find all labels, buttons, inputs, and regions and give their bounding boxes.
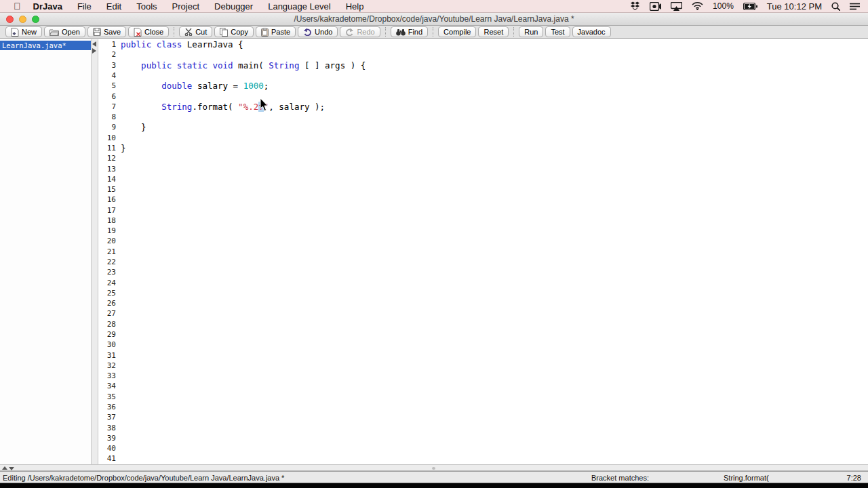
menu-help[interactable]: Help: [346, 1, 364, 12]
undo-button[interactable]: Undo: [298, 26, 338, 37]
code-line-24[interactable]: 24: [98, 277, 868, 287]
code-line-10[interactable]: 10: [98, 133, 868, 143]
menu-debugger[interactable]: Debugger: [214, 1, 253, 12]
expand-up-icon[interactable]: [2, 466, 7, 470]
line-number: 31: [98, 351, 121, 360]
code-line-9[interactable]: 9 }: [98, 122, 868, 132]
wifi-icon[interactable]: [692, 2, 703, 10]
paste-button[interactable]: Paste: [256, 26, 296, 37]
code-line-37[interactable]: 37: [98, 412, 868, 422]
screen-recording-icon[interactable]: [650, 2, 661, 11]
line-code: String.format( "%.2f", salary );: [121, 102, 325, 112]
new-button[interactable]: New: [5, 26, 42, 37]
menu-project[interactable]: Project: [172, 1, 199, 12]
code-line-6[interactable]: 6: [98, 91, 868, 101]
code-line-20[interactable]: 20: [98, 236, 868, 246]
code-line-3[interactable]: 3 public static void main( String [ ] ar…: [98, 60, 868, 70]
cut-button[interactable]: Cut: [179, 26, 212, 37]
bottom-pane-splitter[interactable]: [0, 464, 868, 471]
toolbar-button-label: Copy: [231, 28, 248, 36]
menu-edit[interactable]: Edit: [106, 1, 121, 12]
find-button[interactable]: Find: [391, 26, 428, 37]
code-line-39[interactable]: 39: [98, 433, 868, 443]
paste-clipboard-icon: [261, 28, 269, 37]
save-button[interactable]: Save: [87, 26, 126, 37]
code-line-11[interactable]: 11}: [98, 143, 868, 153]
code-line-21[interactable]: 21: [98, 247, 868, 257]
run-button[interactable]: Run: [519, 26, 543, 37]
collapse-left-icon[interactable]: [92, 41, 96, 47]
code-line-8[interactable]: 8: [98, 112, 868, 122]
code-line-2[interactable]: 2: [98, 49, 868, 60]
code-line-36[interactable]: 36: [98, 402, 868, 412]
spotlight-search-icon[interactable]: [831, 2, 840, 11]
line-number: 8: [98, 113, 121, 121]
code-line-22[interactable]: 22: [98, 257, 868, 267]
reset-button[interactable]: Reset: [478, 26, 509, 37]
code-line-1[interactable]: 1public class LearnJava {: [98, 39, 868, 49]
code-line-38[interactable]: 38: [98, 422, 868, 432]
code-line-31[interactable]: 31: [98, 350, 868, 360]
code-line-29[interactable]: 29: [98, 329, 868, 340]
menu-drjava[interactable]: DrJava: [33, 1, 62, 12]
menu-bar-status-area: 100% Tue 10:12 PM: [630, 1, 860, 12]
code-line-19[interactable]: 19: [98, 226, 868, 236]
open-button[interactable]: Open: [44, 26, 85, 37]
notification-center-icon[interactable]: [850, 3, 860, 10]
copy-button[interactable]: Copy: [214, 26, 254, 37]
sidebar-splitter[interactable]: [92, 39, 98, 464]
battery-charging-icon[interactable]: [743, 3, 757, 10]
compile-button[interactable]: Compile: [438, 26, 476, 37]
toolbar-button-label: Open: [62, 28, 80, 36]
code-line-26[interactable]: 26: [98, 298, 868, 308]
code-line-28[interactable]: 28: [98, 319, 868, 329]
code-line-30[interactable]: 30: [98, 340, 868, 350]
code-line-4[interactable]: 4: [98, 70, 868, 81]
close-button[interactable]: Close: [128, 26, 169, 37]
menu-language-level[interactable]: Language Level: [268, 1, 331, 12]
test-button[interactable]: Test: [545, 26, 570, 37]
code-line-33[interactable]: 33: [98, 371, 868, 381]
code-line-7[interactable]: 7 String.format( "%.2f", salary );: [98, 102, 868, 112]
copy-pages-icon: [220, 28, 228, 37]
redo-button: Redo: [340, 26, 380, 37]
code-line-17[interactable]: 17: [98, 205, 868, 216]
expand-right-icon[interactable]: [92, 48, 96, 54]
code-line-16[interactable]: 16: [98, 195, 868, 205]
zoom-window-button[interactable]: [32, 16, 39, 23]
line-number: 10: [98, 134, 121, 142]
code-line-23[interactable]: 23: [98, 267, 868, 277]
toolbar-button-label: Find: [408, 28, 422, 36]
line-number: 34: [98, 382, 121, 390]
code-line-34[interactable]: 34: [98, 381, 868, 391]
menu-tools[interactable]: Tools: [136, 1, 157, 12]
collapse-down-icon[interactable]: [9, 467, 14, 470]
apple-menu-icon[interactable]: : [14, 1, 21, 12]
menu-bar-clock[interactable]: Tue 10:12 PM: [767, 1, 822, 12]
splitter-grip[interactable]: [432, 467, 435, 470]
code-line-25[interactable]: 25: [98, 288, 868, 298]
minimize-window-button[interactable]: [19, 16, 26, 23]
code-line-15[interactable]: 15: [98, 184, 868, 195]
toolbar-group: RunTestJavadoc: [519, 26, 610, 37]
close-window-button[interactable]: [6, 16, 14, 23]
code-editor[interactable]: 1public class LearnJava {23 public stati…: [98, 39, 868, 464]
code-line-41[interactable]: 41: [98, 453, 868, 464]
code-line-18[interactable]: 18: [98, 216, 868, 226]
code-line-12[interactable]: 12: [98, 153, 868, 163]
code-line-14[interactable]: 14: [98, 174, 868, 184]
code-line-32[interactable]: 32: [98, 361, 868, 371]
line-number: 7: [98, 102, 121, 111]
code-line-13[interactable]: 13: [98, 163, 868, 174]
code-line-40[interactable]: 40: [98, 443, 868, 453]
javadoc-button[interactable]: Javadoc: [572, 26, 611, 37]
airplay-display-icon[interactable]: [671, 2, 682, 11]
menu-file[interactable]: File: [77, 1, 92, 12]
code-line-5[interactable]: 5 double salary = 1000;: [98, 81, 868, 91]
code-line-35[interactable]: 35: [98, 392, 868, 402]
window-title-bar[interactable]: /Users/kakradetome/Dropbox/code/java/You…: [0, 13, 868, 26]
code-line-27[interactable]: 27: [98, 308, 868, 319]
sidebar-document-item[interactable]: LearnJava.java*: [0, 41, 91, 50]
dropbox-icon[interactable]: [630, 1, 640, 11]
line-number: 9: [98, 123, 121, 131]
